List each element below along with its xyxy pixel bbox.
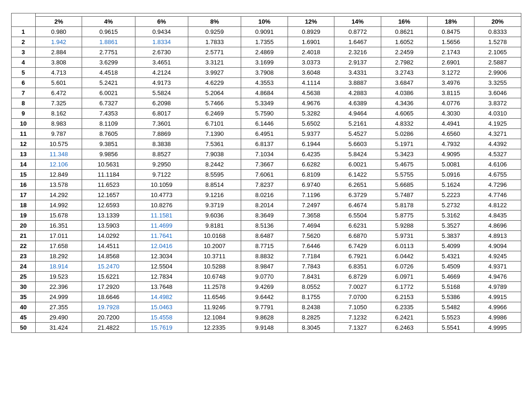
value-cell: 7.1390 bbox=[188, 129, 241, 139]
value-cell: 4.9371 bbox=[474, 261, 521, 272]
table-row: 32.8842.77512.67302.57712.48692.40182.32… bbox=[11, 47, 521, 57]
value-cell: 6.7327 bbox=[82, 98, 135, 108]
value-cell: 6.4235 bbox=[288, 149, 334, 159]
table-row: 65.6015.24214.91734.62294.35534.11143.88… bbox=[11, 78, 521, 88]
period-cell: 40 bbox=[11, 302, 35, 312]
value-cell: 4.1925 bbox=[474, 119, 521, 129]
discount-rate-header bbox=[35, 13, 521, 17]
value-cell: 9.4269 bbox=[241, 282, 288, 292]
value-cell: 4.6065 bbox=[381, 108, 428, 119]
value-cell: 5.8775 bbox=[381, 210, 428, 221]
value-cell: 2.5887 bbox=[474, 57, 521, 68]
value-cell: 14.8568 bbox=[82, 251, 135, 261]
value-cell: 6.8109 bbox=[288, 170, 334, 180]
value-cell: 6.4674 bbox=[334, 200, 381, 210]
value-cell: 6.6231 bbox=[334, 221, 381, 231]
value-cell: 5.0916 bbox=[428, 170, 474, 180]
value-cell: 6.0113 bbox=[381, 241, 428, 251]
value-cell: 1.5278 bbox=[474, 37, 521, 47]
table-row: 2418.91415.247012.550410.52888.98477.784… bbox=[11, 261, 521, 272]
value-cell: 9.2950 bbox=[135, 159, 188, 170]
value-cell: 6.8351 bbox=[334, 261, 381, 272]
value-cell: 18.6646 bbox=[82, 292, 135, 302]
value-cell: 5.4675 bbox=[381, 159, 428, 170]
value-cell: 5.5386 bbox=[428, 292, 474, 302]
value-cell: 7.7184 bbox=[288, 251, 334, 261]
value-cell: 5.9377 bbox=[288, 129, 334, 139]
value-cell: 5.4527 bbox=[334, 129, 381, 139]
rate-header-2: 2% bbox=[35, 17, 82, 27]
rate-header-10: 10% bbox=[241, 17, 288, 27]
value-cell: 12.849 bbox=[35, 170, 82, 180]
table-row: 5031.42421.482215.761912.23359.91488.304… bbox=[11, 323, 521, 333]
value-cell: 8.2825 bbox=[288, 312, 334, 323]
period-cell: 24 bbox=[11, 261, 35, 272]
value-cell: 5.2223 bbox=[428, 190, 474, 200]
value-cell: 8.8832 bbox=[241, 251, 288, 261]
value-cell: 20.7200 bbox=[82, 312, 135, 323]
value-cell: 10.575 bbox=[35, 139, 82, 149]
value-cell: 12.7834 bbox=[135, 272, 188, 282]
value-cell: 1.7355 bbox=[241, 37, 288, 47]
value-cell: 9.0770 bbox=[241, 272, 288, 282]
value-cell: 7.0700 bbox=[334, 292, 381, 302]
value-cell: 8.3838 bbox=[135, 139, 188, 149]
value-cell: 3.8115 bbox=[428, 88, 474, 98]
value-cell: 8.7605 bbox=[82, 129, 135, 139]
value-cell: 4.9789 bbox=[474, 282, 521, 292]
value-cell: 17.011 bbox=[35, 231, 82, 241]
value-cell: 3.2743 bbox=[381, 68, 428, 78]
table-row: 2217.65814.451112.041610.20078.77157.644… bbox=[11, 241, 521, 251]
value-cell: 4.0776 bbox=[428, 98, 474, 108]
value-cell: 12.0416 bbox=[135, 241, 188, 251]
value-cell: 8.2014 bbox=[241, 200, 288, 210]
value-cell: 11.4699 bbox=[135, 221, 188, 231]
value-cell: 12.2335 bbox=[188, 323, 241, 333]
value-cell: 5.2161 bbox=[334, 119, 381, 129]
value-cell: 12.1657 bbox=[82, 190, 135, 200]
value-cell: 10.5288 bbox=[188, 261, 241, 272]
value-cell: 5.3282 bbox=[288, 108, 334, 119]
value-cell: 4.8122 bbox=[474, 200, 521, 210]
period-cell: 30 bbox=[11, 282, 35, 292]
value-cell: 4.0310 bbox=[474, 108, 521, 119]
value-cell: 9.7791 bbox=[241, 302, 288, 312]
value-cell: 9.9148 bbox=[241, 323, 288, 333]
table-row: 1915.67813.133911.15819.60368.36497.3658… bbox=[11, 210, 521, 221]
value-cell: 10.3711 bbox=[188, 251, 241, 261]
value-cell: 9.3851 bbox=[82, 139, 135, 149]
period-cell: 15 bbox=[11, 170, 35, 180]
value-cell: 6.1772 bbox=[381, 282, 428, 292]
table-row: 1714.29212.165710.47739.12168.02167.1196… bbox=[11, 190, 521, 200]
table-row: 21.9421.88611.83341.78331.73551.69011.64… bbox=[11, 37, 521, 47]
value-cell: 4.1114 bbox=[288, 78, 334, 88]
value-cell: 14.992 bbox=[35, 200, 82, 210]
value-cell: 31.424 bbox=[35, 323, 82, 333]
period-cell: 10 bbox=[11, 119, 35, 129]
value-cell: 18.914 bbox=[35, 261, 82, 272]
value-cell: 8.7715 bbox=[241, 241, 288, 251]
value-cell: 7.1050 bbox=[334, 302, 381, 312]
value-cell: 6.9740 bbox=[288, 180, 334, 190]
value-cell: 0.8772 bbox=[334, 27, 381, 37]
value-cell: 5.2421 bbox=[82, 78, 135, 88]
value-cell: 7.3658 bbox=[288, 210, 334, 221]
value-cell: 3.8887 bbox=[334, 78, 381, 88]
value-cell: 2.6901 bbox=[428, 57, 474, 68]
value-cell: 1.6901 bbox=[288, 37, 334, 47]
value-cell: 3.808 bbox=[35, 57, 82, 68]
table-row: 2519.52315.622112.783410.67489.07707.843… bbox=[11, 272, 521, 282]
value-cell: 8.0216 bbox=[241, 190, 288, 200]
value-cell: 0.8929 bbox=[288, 27, 334, 37]
value-cell: 4.9464 bbox=[334, 108, 381, 119]
value-cell: 4.6560 bbox=[428, 129, 474, 139]
value-cell: 4.4392 bbox=[474, 139, 521, 149]
value-cell: 5.1971 bbox=[381, 139, 428, 149]
rate-header-6: 6% bbox=[135, 17, 188, 27]
value-cell: 8.0552 bbox=[288, 282, 334, 292]
value-cell: 0.9091 bbox=[241, 27, 288, 37]
value-cell: 3.4651 bbox=[135, 57, 188, 68]
value-cell: 7.5361 bbox=[188, 139, 241, 149]
value-cell: 2.2459 bbox=[381, 47, 428, 57]
value-cell: 13.1339 bbox=[82, 210, 135, 221]
